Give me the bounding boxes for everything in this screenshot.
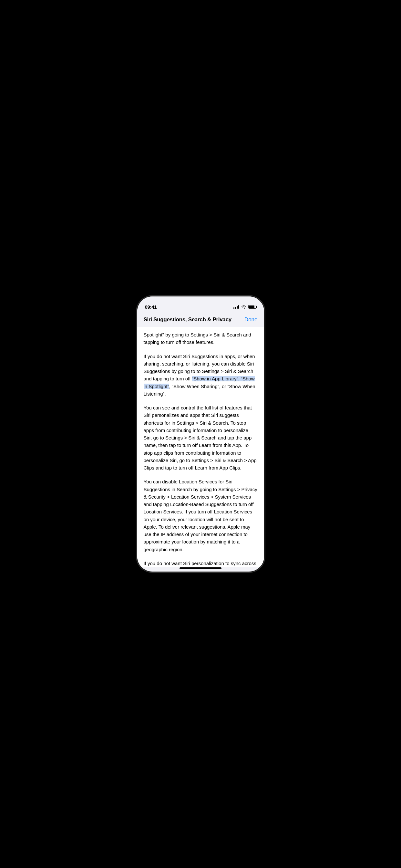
- paragraph-spotlight: Spotlight" by going to Settings > Siri &…: [144, 331, 258, 346]
- scroll-content[interactable]: Spotlight" by going to Settings > Siri &…: [137, 327, 264, 567]
- home-indicator: [180, 567, 221, 569]
- battery-icon: [248, 305, 256, 309]
- done-button[interactable]: Done: [244, 316, 258, 323]
- status-icons: [234, 305, 256, 309]
- paragraph-location-services: You can disable Location Services for Si…: [144, 478, 258, 553]
- status-bar: 09:41: [137, 297, 264, 313]
- paragraph-icloud-sync: If you do not want Siri personalization …: [144, 560, 258, 567]
- page-title: Siri Suggestions, Search & Privacy: [144, 316, 244, 323]
- nav-header: Siri Suggestions, Search & Privacy Done: [137, 313, 264, 327]
- phone-frame: 09:41 Siri Suggestions, Search & Privacy…: [137, 297, 264, 571]
- paragraph-full-list: You can see and control the full list of…: [144, 404, 258, 471]
- status-time: 09:41: [145, 304, 157, 310]
- signal-bars-icon: [234, 305, 239, 309]
- paragraph-siri-suggestions: If you do not want Siri Suggestions in a…: [144, 352, 258, 398]
- wifi-icon: [241, 305, 246, 309]
